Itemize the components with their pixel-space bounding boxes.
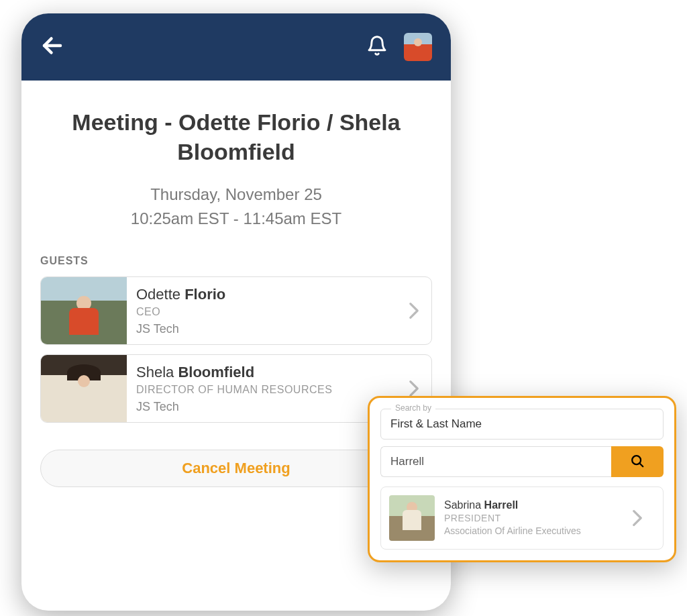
result-title: PRESIDENT xyxy=(444,513,620,523)
guest-photo xyxy=(41,277,127,344)
guest-company: JS Tech xyxy=(136,400,387,414)
arrow-left-icon xyxy=(40,34,64,60)
result-org: Association Of Airline Executives xyxy=(444,525,620,537)
notifications-button[interactable] xyxy=(366,35,388,59)
guest-name: Odette Florio xyxy=(136,286,387,303)
meeting-datetime: Thursday, November 25 10:25am EST - 11:4… xyxy=(40,183,432,231)
back-button[interactable] xyxy=(40,34,64,60)
search-button[interactable] xyxy=(611,446,664,477)
search-icon xyxy=(630,454,645,470)
guest-card[interactable]: Odette Florio CEO JS Tech xyxy=(40,276,432,345)
meeting-date: Thursday, November 25 xyxy=(40,183,432,207)
result-name: Sabrina Harrell xyxy=(444,499,620,511)
search-mode-select[interactable]: First & Last Name xyxy=(380,409,664,440)
chevron-right-icon xyxy=(620,509,655,527)
guest-company: JS Tech xyxy=(136,322,387,336)
guests-label: GUESTS xyxy=(40,255,432,267)
guest-title: CEO xyxy=(136,306,387,318)
guest-title: DIRECTOR OF HUMAN RESOURCES xyxy=(136,384,387,396)
guest-name: Shela Bloomfield xyxy=(136,364,387,381)
result-photo xyxy=(389,495,435,541)
guest-info: Shela Bloomfield DIRECTOR OF HUMAN RESOU… xyxy=(127,357,397,421)
svg-line-2 xyxy=(639,463,643,466)
search-popup: Search by First & Last Name Sabrina Harr… xyxy=(368,396,676,562)
meeting-time: 10:25am EST - 11:45am EST xyxy=(40,207,432,231)
chevron-right-icon xyxy=(397,302,431,319)
guest-photo xyxy=(41,355,127,422)
meeting-title: Meeting - Odette Florio / Shela Bloomfie… xyxy=(40,107,432,166)
bell-icon xyxy=(366,35,388,59)
profile-avatar[interactable] xyxy=(404,33,432,61)
chevron-right-icon xyxy=(397,380,431,397)
search-by-label: Search by xyxy=(391,403,435,413)
search-result-card[interactable]: Sabrina Harrell PRESIDENT Association Of… xyxy=(380,486,664,550)
search-input[interactable] xyxy=(380,446,611,477)
guest-info: Odette Florio CEO JS Tech xyxy=(127,279,397,343)
app-header xyxy=(21,13,451,81)
result-info: Sabrina Harrell PRESIDENT Association Of… xyxy=(435,499,620,537)
